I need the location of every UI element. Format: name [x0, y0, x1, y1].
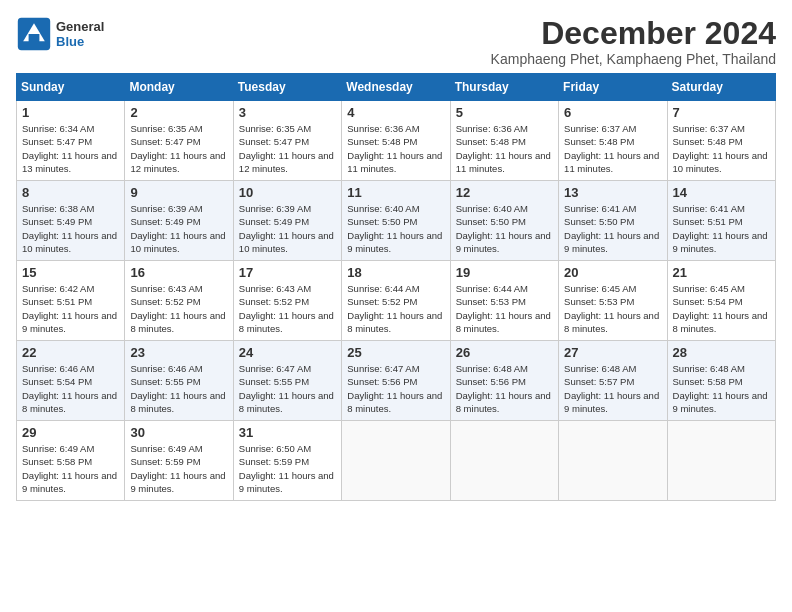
day-number: 29 — [22, 425, 119, 440]
week-row-4: 22 Sunrise: 6:46 AM Sunset: 5:54 PM Dayl… — [17, 341, 776, 421]
day-number: 11 — [347, 185, 444, 200]
calendar-cell — [342, 421, 450, 501]
day-info: Sunrise: 6:46 AM Sunset: 5:55 PM Dayligh… — [130, 362, 227, 415]
calendar-cell: 2 Sunrise: 6:35 AM Sunset: 5:47 PM Dayli… — [125, 101, 233, 181]
page-header: General Blue December 2024 Kamphaeng Phe… — [16, 16, 776, 67]
day-info: Sunrise: 6:44 AM Sunset: 5:52 PM Dayligh… — [347, 282, 444, 335]
day-number: 25 — [347, 345, 444, 360]
day-number: 21 — [673, 265, 770, 280]
calendar-cell: 26 Sunrise: 6:48 AM Sunset: 5:56 PM Dayl… — [450, 341, 558, 421]
calendar-cell: 27 Sunrise: 6:48 AM Sunset: 5:57 PM Dayl… — [559, 341, 667, 421]
calendar-cell: 4 Sunrise: 6:36 AM Sunset: 5:48 PM Dayli… — [342, 101, 450, 181]
day-info: Sunrise: 6:36 AM Sunset: 5:48 PM Dayligh… — [347, 122, 444, 175]
calendar-cell: 30 Sunrise: 6:49 AM Sunset: 5:59 PM Dayl… — [125, 421, 233, 501]
calendar-cell: 24 Sunrise: 6:47 AM Sunset: 5:55 PM Dayl… — [233, 341, 341, 421]
day-info: Sunrise: 6:48 AM Sunset: 5:58 PM Dayligh… — [673, 362, 770, 415]
calendar-cell: 31 Sunrise: 6:50 AM Sunset: 5:59 PM Dayl… — [233, 421, 341, 501]
calendar-cell — [559, 421, 667, 501]
day-info: Sunrise: 6:47 AM Sunset: 5:56 PM Dayligh… — [347, 362, 444, 415]
calendar-cell: 8 Sunrise: 6:38 AM Sunset: 5:49 PM Dayli… — [17, 181, 125, 261]
day-number: 1 — [22, 105, 119, 120]
day-number: 20 — [564, 265, 661, 280]
calendar-cell: 29 Sunrise: 6:49 AM Sunset: 5:58 PM Dayl… — [17, 421, 125, 501]
calendar-cell: 22 Sunrise: 6:46 AM Sunset: 5:54 PM Dayl… — [17, 341, 125, 421]
calendar-cell: 11 Sunrise: 6:40 AM Sunset: 5:50 PM Dayl… — [342, 181, 450, 261]
week-row-3: 15 Sunrise: 6:42 AM Sunset: 5:51 PM Dayl… — [17, 261, 776, 341]
day-number: 23 — [130, 345, 227, 360]
day-info: Sunrise: 6:48 AM Sunset: 5:56 PM Dayligh… — [456, 362, 553, 415]
calendar-table: SundayMondayTuesdayWednesdayThursdayFrid… — [16, 73, 776, 501]
day-number: 31 — [239, 425, 336, 440]
day-info: Sunrise: 6:45 AM Sunset: 5:53 PM Dayligh… — [564, 282, 661, 335]
day-info: Sunrise: 6:42 AM Sunset: 5:51 PM Dayligh… — [22, 282, 119, 335]
day-number: 27 — [564, 345, 661, 360]
calendar-cell: 18 Sunrise: 6:44 AM Sunset: 5:52 PM Dayl… — [342, 261, 450, 341]
calendar-cell: 21 Sunrise: 6:45 AM Sunset: 5:54 PM Dayl… — [667, 261, 775, 341]
header-monday: Monday — [125, 74, 233, 101]
day-info: Sunrise: 6:40 AM Sunset: 5:50 PM Dayligh… — [456, 202, 553, 255]
calendar-cell: 5 Sunrise: 6:36 AM Sunset: 5:48 PM Dayli… — [450, 101, 558, 181]
calendar-cell: 7 Sunrise: 6:37 AM Sunset: 5:48 PM Dayli… — [667, 101, 775, 181]
calendar-cell: 12 Sunrise: 6:40 AM Sunset: 5:50 PM Dayl… — [450, 181, 558, 261]
logo-text: General Blue — [56, 19, 104, 49]
day-info: Sunrise: 6:48 AM Sunset: 5:57 PM Dayligh… — [564, 362, 661, 415]
day-number: 28 — [673, 345, 770, 360]
calendar-cell: 15 Sunrise: 6:42 AM Sunset: 5:51 PM Dayl… — [17, 261, 125, 341]
svg-rect-2 — [29, 34, 40, 43]
day-info: Sunrise: 6:34 AM Sunset: 5:47 PM Dayligh… — [22, 122, 119, 175]
day-info: Sunrise: 6:46 AM Sunset: 5:54 PM Dayligh… — [22, 362, 119, 415]
day-number: 14 — [673, 185, 770, 200]
header-friday: Friday — [559, 74, 667, 101]
day-info: Sunrise: 6:43 AM Sunset: 5:52 PM Dayligh… — [239, 282, 336, 335]
day-number: 26 — [456, 345, 553, 360]
title-section: December 2024 Kamphaeng Phet, Kamphaeng … — [491, 16, 776, 67]
day-number: 2 — [130, 105, 227, 120]
day-info: Sunrise: 6:38 AM Sunset: 5:49 PM Dayligh… — [22, 202, 119, 255]
day-number: 18 — [347, 265, 444, 280]
day-number: 7 — [673, 105, 770, 120]
calendar-cell: 6 Sunrise: 6:37 AM Sunset: 5:48 PM Dayli… — [559, 101, 667, 181]
header-sunday: Sunday — [17, 74, 125, 101]
calendar-cell: 1 Sunrise: 6:34 AM Sunset: 5:47 PM Dayli… — [17, 101, 125, 181]
week-row-5: 29 Sunrise: 6:49 AM Sunset: 5:58 PM Dayl… — [17, 421, 776, 501]
day-number: 12 — [456, 185, 553, 200]
day-info: Sunrise: 6:35 AM Sunset: 5:47 PM Dayligh… — [239, 122, 336, 175]
day-info: Sunrise: 6:36 AM Sunset: 5:48 PM Dayligh… — [456, 122, 553, 175]
day-info: Sunrise: 6:39 AM Sunset: 5:49 PM Dayligh… — [130, 202, 227, 255]
day-number: 8 — [22, 185, 119, 200]
day-number: 19 — [456, 265, 553, 280]
day-info: Sunrise: 6:41 AM Sunset: 5:51 PM Dayligh… — [673, 202, 770, 255]
day-number: 10 — [239, 185, 336, 200]
week-row-2: 8 Sunrise: 6:38 AM Sunset: 5:49 PM Dayli… — [17, 181, 776, 261]
calendar-cell: 10 Sunrise: 6:39 AM Sunset: 5:49 PM Dayl… — [233, 181, 341, 261]
calendar-cell: 17 Sunrise: 6:43 AM Sunset: 5:52 PM Dayl… — [233, 261, 341, 341]
day-number: 6 — [564, 105, 661, 120]
day-number: 5 — [456, 105, 553, 120]
calendar-cell: 20 Sunrise: 6:45 AM Sunset: 5:53 PM Dayl… — [559, 261, 667, 341]
header-saturday: Saturday — [667, 74, 775, 101]
week-row-1: 1 Sunrise: 6:34 AM Sunset: 5:47 PM Dayli… — [17, 101, 776, 181]
calendar-cell: 23 Sunrise: 6:46 AM Sunset: 5:55 PM Dayl… — [125, 341, 233, 421]
day-number: 3 — [239, 105, 336, 120]
header-thursday: Thursday — [450, 74, 558, 101]
header-tuesday: Tuesday — [233, 74, 341, 101]
day-info: Sunrise: 6:49 AM Sunset: 5:58 PM Dayligh… — [22, 442, 119, 495]
calendar-cell — [450, 421, 558, 501]
calendar-cell: 9 Sunrise: 6:39 AM Sunset: 5:49 PM Dayli… — [125, 181, 233, 261]
day-info: Sunrise: 6:49 AM Sunset: 5:59 PM Dayligh… — [130, 442, 227, 495]
calendar-cell: 19 Sunrise: 6:44 AM Sunset: 5:53 PM Dayl… — [450, 261, 558, 341]
day-info: Sunrise: 6:37 AM Sunset: 5:48 PM Dayligh… — [673, 122, 770, 175]
calendar-cell: 14 Sunrise: 6:41 AM Sunset: 5:51 PM Dayl… — [667, 181, 775, 261]
day-number: 30 — [130, 425, 227, 440]
day-info: Sunrise: 6:40 AM Sunset: 5:50 PM Dayligh… — [347, 202, 444, 255]
calendar-cell: 13 Sunrise: 6:41 AM Sunset: 5:50 PM Dayl… — [559, 181, 667, 261]
logo-icon — [16, 16, 52, 52]
day-number: 24 — [239, 345, 336, 360]
logo: General Blue — [16, 16, 104, 52]
day-number: 17 — [239, 265, 336, 280]
day-info: Sunrise: 6:50 AM Sunset: 5:59 PM Dayligh… — [239, 442, 336, 495]
day-info: Sunrise: 6:37 AM Sunset: 5:48 PM Dayligh… — [564, 122, 661, 175]
day-info: Sunrise: 6:43 AM Sunset: 5:52 PM Dayligh… — [130, 282, 227, 335]
header-wednesday: Wednesday — [342, 74, 450, 101]
calendar-cell — [667, 421, 775, 501]
